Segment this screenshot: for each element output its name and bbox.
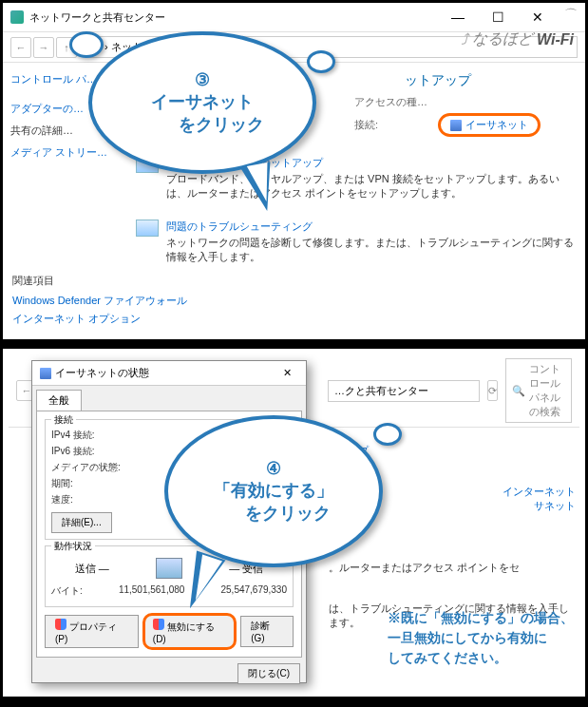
close-button[interactable]: ✕: [519, 7, 557, 28]
bytes-sent-value: 11,501,561,080: [119, 584, 185, 598]
details-button[interactable]: 詳細(E)...: [51, 512, 112, 533]
ipv6-label: IPv6 接続:: [51, 445, 95, 458]
bubble-sub-1: [307, 50, 335, 73]
ipv4-label: IPv4 接続:: [51, 429, 95, 442]
dialog-title: イーサネットの状態: [55, 366, 149, 380]
connections-label: 接続:: [354, 118, 430, 132]
close-dialog-button[interactable]: 閉じる(C): [237, 663, 300, 684]
computer-activity-icon: [156, 558, 182, 579]
panel-step4: ← → ↑ …クと共有センター ⟳ 🔍 コントロール パネルの検索 ップ インタ…: [0, 346, 588, 699]
instruction-note: ※既に「無効にする」の場合、 一旦無効にしてから有効に してみてください。: [388, 608, 574, 668]
dialog-close-button[interactable]: ✕: [275, 367, 298, 379]
bg-ethernet-link[interactable]: サネット: [534, 500, 576, 511]
media-state-label: メディアの状態:: [51, 461, 121, 474]
duration-label: 期間:: [51, 477, 73, 490]
callout-text-3b: をクリック: [141, 114, 264, 136]
related-links: 関連項目 Windows Defender ファイアウォール インターネット オ…: [12, 274, 187, 330]
bytes-recv-value: 25,547,679,330: [220, 584, 287, 598]
tab-general[interactable]: 全般: [36, 390, 82, 411]
callout-bubble-3: ③ イーサネット をクリック: [88, 31, 316, 174]
window-titlebar: ネットワークと共有センター — ☐ ✕ ⌒: [3, 3, 585, 32]
troubleshoot-link[interactable]: 問題のトラブルシューティング: [166, 220, 576, 234]
watermark-logo: ⤴ なるほど Wi-Fi: [461, 29, 574, 49]
search-input[interactable]: 🔍 コントロール パネルの検索: [505, 358, 572, 423]
connection-group-label: 接続: [51, 413, 76, 427]
callout-bubble-4: ④ 「有効にする」 をクリック: [164, 415, 383, 567]
bubble-sub-3: [373, 423, 402, 446]
window-title: ネットワークと共有センター: [29, 10, 165, 25]
diagnose-button[interactable]: 診断(G): [240, 616, 294, 647]
troubleshoot-icon: [136, 220, 159, 237]
speed-label: 速度:: [51, 493, 73, 506]
search-icon: 🔍: [512, 385, 525, 397]
wifi-signal-icon: ⌒: [564, 7, 578, 28]
callout-text-3a: イーサネット: [151, 91, 254, 113]
shield-icon: [55, 619, 66, 630]
bg-setup-desc: 。ルーターまたはアクセス ポイントをセ: [329, 561, 576, 575]
media-streaming-link[interactable]: メディア ストリー…: [10, 145, 119, 160]
nav-back-button[interactable]: ←: [10, 37, 31, 58]
bytes-label: バイト:: [51, 584, 83, 598]
refresh-button[interactable]: ⟳: [487, 380, 498, 401]
bg-internet-link[interactable]: インターネット: [503, 486, 576, 497]
callout-text-4a: 「有効にする」: [214, 480, 333, 502]
minimize-button[interactable]: —: [439, 7, 477, 28]
ethernet-icon-small: [40, 368, 51, 379]
bg-setup-link[interactable]: ップ: [348, 444, 576, 458]
properties-button[interactable]: プロパティ(P): [45, 615, 139, 648]
callout-text-4b: をクリック: [217, 503, 331, 525]
shield-icon-2: [153, 619, 164, 630]
logo-swoosh-icon: ⤴: [461, 31, 468, 48]
sent-label: 送信 —: [75, 562, 109, 576]
bubble-sub-2: [69, 31, 104, 58]
troubleshoot-block: 問題のトラブルシューティング ネットワークの問題を診断して修復します。または、ト…: [136, 220, 576, 264]
internet-options-link[interactable]: インターネット オプション: [12, 312, 187, 326]
ethernet-icon: [450, 120, 462, 131]
ethernet-link[interactable]: イーサネット: [438, 113, 541, 137]
access-type-label: アクセスの種…: [354, 95, 430, 109]
defender-firewall-link[interactable]: Windows Defender ファイアウォール: [12, 294, 187, 308]
disable-button[interactable]: 無効にする(D): [142, 613, 237, 650]
activity-group-label: 動作状況: [51, 540, 95, 553]
callout-number-4: ④: [266, 458, 281, 480]
related-label: 関連項目: [12, 274, 187, 288]
callout-number-3: ③: [195, 69, 210, 91]
breadcrumb-2[interactable]: …クと共有センター: [328, 380, 480, 402]
troubleshoot-desc: ネットワークの問題を診断して修復します。または、トラブルシューティングに関する情…: [166, 236, 576, 264]
network-center-icon: [10, 10, 24, 24]
new-connection-desc: ブロードバンド、ダイヤルアップ、または VPN 接続をセットアップします。あるい…: [166, 172, 576, 201]
panel-step3: ネットワークと共有センター — ☐ ✕ ⌒ ← → ↑ … › ネットワークと共…: [0, 0, 588, 342]
nav-forward-button[interactable]: →: [33, 37, 54, 58]
maximize-button[interactable]: ☐: [479, 7, 517, 28]
